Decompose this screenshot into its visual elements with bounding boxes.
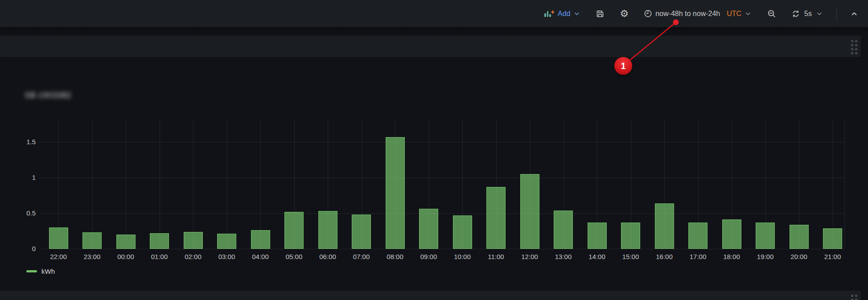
bar-18:00 (722, 219, 741, 249)
add-panel-icon: + (544, 9, 555, 18)
bar-23:00 (82, 232, 102, 249)
x-axis-tick-label: 02:00 (175, 253, 211, 261)
x-axis-tick-label: 20:00 (781, 253, 817, 261)
x-axis-tick-label: 00:00 (108, 253, 144, 261)
bar-16:00 (655, 203, 674, 249)
x-axis-tick-label: 21:00 (815, 253, 851, 261)
x-gridline (160, 120, 160, 249)
x-gridline (193, 120, 193, 249)
bar-09:00 (419, 209, 438, 249)
panel-bottom-strip (0, 291, 861, 300)
refresh-interval-label: 5s (804, 10, 812, 18)
grafana-dashboard-screen: + Add ⚙ now-48h to now-24h UTC (0, 0, 868, 300)
x-axis-tick-label: 15:00 (613, 253, 649, 261)
x-axis-tick-label: 12:00 (512, 253, 547, 261)
bar-17:00 (688, 223, 708, 249)
x-axis-tick-label: 07:00 (344, 253, 379, 261)
bar-20:00 (790, 225, 809, 249)
bar-21:00 (823, 228, 842, 249)
bar-22:00 (49, 227, 68, 249)
bar-02:00 (184, 232, 203, 249)
chevron-down-icon (573, 10, 580, 17)
save-dashboard-button[interactable] (593, 7, 607, 21)
panel-drag-handle[interactable] (851, 295, 857, 300)
y-gridline (39, 249, 844, 249)
time-range-picker[interactable]: now-48h to now-24h UTC (641, 7, 754, 20)
clock-icon (644, 9, 652, 18)
bar-11:00 (486, 187, 506, 249)
annotation-step-marker: 1 (614, 57, 632, 75)
x-axis-tick-label: 01:00 (142, 253, 177, 261)
x-axis-tick-label: 05:00 (276, 253, 312, 261)
bar-04:00 (251, 230, 270, 249)
x-axis-tick-label: 17:00 (680, 253, 716, 261)
x-axis-tick-label: 11:00 (478, 253, 514, 261)
bar-13:00 (554, 211, 573, 249)
bar-00:00 (116, 235, 136, 249)
y-gridline (39, 142, 844, 142)
add-button-label: Add (558, 10, 570, 18)
save-icon (596, 9, 605, 18)
bar-07:00 (352, 215, 371, 249)
dashboard-toolbar: + Add ⚙ now-48h to now-24h UTC (0, 0, 868, 28)
time-range-label: now-48h to now-24h (655, 10, 720, 18)
x-axis-tick-label: 16:00 (646, 253, 682, 261)
bar-05:00 (284, 212, 304, 249)
collapse-toolbar-button[interactable] (847, 7, 861, 20)
x-axis-tick-label: 14:00 (579, 253, 615, 261)
y-axis-tick-label: 0 (7, 245, 36, 253)
bar-06:00 (318, 211, 337, 249)
x-gridline (844, 120, 845, 249)
legend-item-kwh[interactable]: kWh (26, 268, 55, 275)
dashboard-settings-button[interactable]: ⚙ (617, 7, 631, 21)
x-gridline (126, 120, 126, 249)
x-axis-tick-label: 22:00 (41, 253, 76, 261)
chevron-down-icon (816, 10, 823, 17)
gear-icon: ⚙ (620, 9, 629, 18)
refresh-button[interactable]: 5s (789, 7, 826, 21)
x-gridline (260, 120, 261, 249)
bar-14:00 (588, 223, 607, 249)
x-axis-tick-label: 04:00 (243, 253, 278, 261)
y-gridline (39, 178, 844, 178)
timezone-label: UTC (727, 10, 741, 18)
y-axis-tick-label: 1.5 (7, 138, 36, 146)
x-axis-tick-label: 10:00 (444, 253, 480, 261)
x-gridline (92, 120, 93, 249)
bar-01:00 (150, 233, 169, 249)
x-axis-tick-label: 09:00 (411, 253, 447, 261)
magnifier-minus-icon (767, 9, 776, 18)
bar-19:00 (756, 223, 775, 249)
y-axis-tick-label: 1 (7, 174, 36, 182)
legend-swatch-icon (26, 270, 37, 272)
toolbar-divider (836, 7, 837, 20)
bar-03:00 (217, 234, 236, 249)
x-axis-tick-label: 08:00 (377, 253, 413, 261)
zoom-out-button[interactable] (764, 6, 779, 21)
bar-10:00 (453, 215, 472, 249)
x-gridline (227, 120, 227, 249)
chevron-down-icon (745, 10, 752, 17)
refresh-icon (791, 9, 800, 18)
annotation-step-number: 1 (621, 61, 625, 71)
x-axis-tick-label: 18:00 (714, 253, 749, 261)
panel-drag-handle[interactable] (851, 40, 857, 54)
panel-title[interactable]: SB-1903382 (25, 91, 71, 100)
y-gridline (39, 213, 844, 214)
x-axis-tick-label: 03:00 (209, 253, 245, 261)
y-axis-tick-label: 0.5 (7, 209, 36, 217)
chevron-up-icon (850, 10, 858, 18)
panel-top-strip (0, 36, 861, 57)
x-axis-tick-label: 23:00 (74, 253, 110, 261)
bar-12:00 (520, 174, 539, 249)
add-button[interactable]: + Add (541, 7, 583, 21)
bar-08:00 (386, 137, 405, 249)
bar-15:00 (621, 223, 640, 249)
x-axis-tick-label: 19:00 (748, 253, 783, 261)
legend-label: kWh (41, 268, 55, 275)
x-axis-tick-label: 13:00 (546, 253, 581, 261)
x-axis-tick-label: 06:00 (310, 253, 346, 261)
